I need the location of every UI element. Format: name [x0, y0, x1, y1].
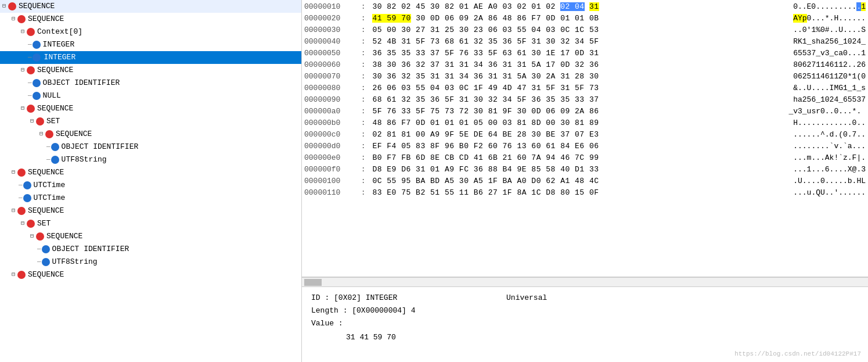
tree-item-12[interactable]: ─UTF8String: [0, 153, 301, 166]
tree-item-6[interactable]: ─OBJECT IDENTIFIER: [0, 77, 301, 89]
expand-button[interactable]: ⊟: [9, 169, 17, 177]
node-icon-red: [36, 117, 44, 126]
hex-ascii: 0..E0..........1: [793, 1, 866, 13]
expand-button[interactable]: ⊟: [37, 130, 45, 138]
hex-colon: :: [356, 13, 370, 24]
node-label: OBJECT IDENTIFIER: [43, 77, 120, 89]
hex-colon: :: [356, 152, 370, 164]
tree-item-5[interactable]: ⊟SEQUENCE: [0, 64, 301, 77]
tree-item-15[interactable]: ─UTCTime: [0, 192, 301, 205]
tree-panel[interactable]: ⊟SEQUENCE⊟SEQUENCE⊟Context[0]─INTEGER─IN…: [0, 0, 302, 362]
hex-row-5: 00000060 : 38 30 36 32 37 31 31 34 36 31…: [304, 59, 866, 71]
hex-ascii: AYp0...*.H......: [793, 13, 866, 24]
dot-connector: ─: [28, 52, 32, 63]
node-icon-red: [17, 15, 26, 23]
hex-bytes: 30 82 02 45 30 82 01 AE A0 03 02 01 02 0…: [372, 1, 788, 13]
tree-item-18[interactable]: ⊟SEQUENCE: [0, 230, 301, 243]
expand-button[interactable]: ⊟: [9, 271, 17, 279]
hex-ascii: 65537_v3_ca0...1: [793, 48, 866, 59]
node-icon-red: [36, 232, 44, 241]
tree-item-1[interactable]: ⊟SEQUENCE: [0, 13, 301, 26]
expand-button[interactable]: ⊟: [9, 15, 17, 23]
hex-bytes: 38 30 36 32 37 31 31 34 36 31 31 5A 17 0…: [372, 59, 788, 71]
hex-address: 000000c0: [304, 129, 356, 141]
tree-item-10[interactable]: ⊟SEQUENCE: [0, 128, 301, 141]
hex-row-4: 00000050 : 36 35 35 33 37 5F 76 33 5F 63…: [304, 48, 866, 59]
info-panel: ID : [0X02] INTEGER Universal Length : […: [302, 286, 868, 362]
tree-item-21[interactable]: ⊟SEQUENCE: [0, 268, 301, 281]
hex-view[interactable]: 00000010 : 30 82 02 45 30 82 01 AE A0 03…: [302, 0, 868, 277]
node-label: SET: [37, 218, 51, 230]
expand-button[interactable]: ⊟: [9, 207, 17, 215]
hex-colon: :: [356, 36, 370, 48]
tree-item-0[interactable]: ⊟SEQUENCE: [0, 0, 301, 13]
node-label: OBJECT IDENTIFIER: [52, 243, 129, 255]
hex-bytes: 0C 55 95 BA BD A5 30 A5 1F BA A0 D0 62 A…: [372, 175, 788, 187]
dot-connector: ─: [19, 192, 23, 204]
node-label: UTF8String: [52, 256, 98, 268]
tree-item-9[interactable]: ⊟SET: [0, 115, 301, 128]
expand-button[interactable]: ⊟: [19, 28, 27, 36]
hex-colon: :: [356, 24, 370, 36]
hex-address: 000000a0: [304, 106, 356, 117]
expand-button[interactable]: ⊟: [19, 220, 27, 228]
hex-row-13: 000000e0 : B0 F7 FB 6D 8E CB CD 41 6B 21…: [304, 152, 866, 164]
node-icon-blue: [33, 53, 41, 62]
hex-row-0: 00000010 : 30 82 02 45 30 82 01 AE A0 03…: [304, 1, 866, 13]
hex-address: 00000050: [304, 48, 356, 59]
hex-colon: :: [356, 1, 370, 13]
value-label: Value: [311, 319, 334, 328]
tree-item-2[interactable]: ⊟Context[0]: [0, 26, 301, 38]
hex-address: 00000010: [304, 1, 356, 13]
node-label: SEQUENCE: [28, 205, 64, 217]
expand-button[interactable]: ⊟: [19, 105, 27, 113]
node-label: INTEGER: [43, 52, 77, 63]
hex-colon: :: [356, 129, 370, 141]
scroll-thumb[interactable]: [304, 279, 322, 286]
node-icon-blue: [42, 258, 50, 266]
tree-item-3[interactable]: ─INTEGER: [0, 38, 301, 51]
hex-ascii: ..0'1%0#..U....S: [793, 24, 866, 36]
tree-item-7[interactable]: ─NULL: [0, 89, 301, 102]
node-icon-red: [17, 207, 26, 215]
hex-row-12: 000000d0 : EF F4 05 83 8F 96 B0 F2 60 76…: [304, 141, 866, 152]
length-label: Length: [311, 306, 338, 315]
hex-bytes: 48 86 F7 0D 01 01 01 05 00 03 81 8D 00 3…: [372, 117, 788, 129]
info-id-line: ID : [0X02] INTEGER Universal: [311, 292, 859, 304]
dot-connector: ─: [37, 256, 41, 268]
tree-item-16[interactable]: ⊟SEQUENCE: [0, 205, 301, 217]
tree-item-17[interactable]: ⊟SET: [0, 217, 301, 230]
tree-item-19[interactable]: ─OBJECT IDENTIFIER: [0, 243, 301, 256]
expand-button[interactable]: ⊟: [28, 117, 36, 126]
hex-row-14: 000000f0 : D8 E9 D6 31 01 A9 FC 36 88 B4…: [304, 164, 866, 175]
info-length-line: Length : [0X00000004] 4: [311, 304, 859, 317]
hex-scroll-horizontal[interactable]: [302, 277, 868, 286]
node-label: SEQUENCE: [28, 13, 64, 25]
tree-item-14[interactable]: ─UTCTime: [0, 179, 301, 192]
hex-ascii: _v3_usr0..0...*.: [788, 106, 866, 117]
tree-item-11[interactable]: ─OBJECT IDENTIFIER: [0, 141, 301, 153]
tree-item-13[interactable]: ⊟SEQUENCE: [0, 166, 301, 179]
hex-colon: :: [356, 187, 370, 199]
tree-item-4[interactable]: ─INTEGER: [0, 51, 301, 64]
hex-colon: :: [356, 94, 370, 106]
tree-item-8[interactable]: ⊟SEQUENCE: [0, 102, 301, 115]
hex-row-16: 00000110 : 83 E0 75 B2 51 55 11 B6 27 1F…: [304, 187, 866, 199]
hex-ascii: ha256_1024_65537: [793, 94, 866, 106]
node-icon-blue: [23, 194, 31, 202]
expand-button[interactable]: ⊟: [19, 66, 27, 74]
hex-ascii: ........`v.`a...: [793, 141, 866, 152]
hex-bytes: 05 00 30 27 31 25 30 23 06 03 55 04 03 0…: [372, 24, 788, 36]
hex-colon: :: [356, 83, 370, 94]
hex-row-2: 00000030 : 05 00 30 27 31 25 30 23 06 03…: [304, 24, 866, 36]
tree-item-20[interactable]: ─UTF8String: [0, 256, 301, 268]
info-value-block: 31 41 59 70: [311, 331, 859, 344]
node-icon-blue: [33, 79, 41, 87]
node-label: NULL: [43, 90, 61, 102]
expand-button[interactable]: ⊟: [0, 2, 8, 10]
expand-button[interactable]: ⊟: [28, 232, 36, 241]
dot-connector: ─: [19, 180, 23, 191]
right-panel: 00000010 : 30 82 02 45 30 82 01 AE A0 03…: [302, 0, 868, 362]
hex-ascii: &..U....IMG1_1_s: [793, 83, 866, 94]
node-icon-red: [27, 220, 35, 228]
